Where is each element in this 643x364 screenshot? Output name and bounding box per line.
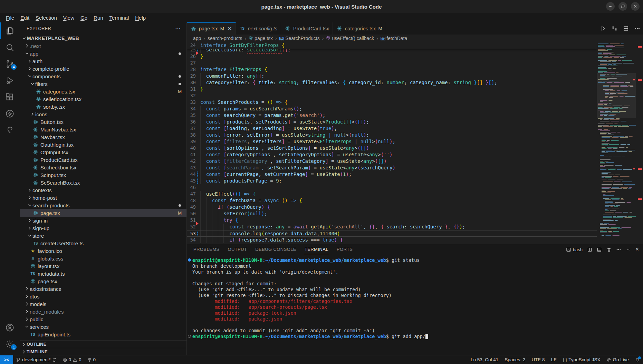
- code-line[interactable]: 35 const searchQuery = params.get('searc…: [187, 112, 597, 119]
- tree-item[interactable]: ★favicon.ico: [20, 247, 186, 255]
- more-actions-icon[interactable]: ⋯: [175, 25, 181, 32]
- menu-item-go[interactable]: Go: [77, 14, 90, 22]
- code-line[interactable]: 40 const [sortOptions , setSortOptions] …: [187, 145, 597, 151]
- tree-item[interactable]: services: [20, 323, 186, 331]
- panel-tab-output[interactable]: OUTPUT: [227, 245, 247, 254]
- thunder-client-icon[interactable]: [0, 105, 20, 122]
- code-line[interactable]: 45 const productsPerPage = 9;: [187, 178, 597, 184]
- tree-item[interactable]: home-post: [20, 194, 186, 201]
- tree-item[interactable]: Navbar.tsx: [20, 133, 186, 141]
- code-line[interactable]: 43 const [searchParam , setSearchParam] …: [187, 165, 597, 171]
- tree-item[interactable]: page.tsx: [20, 277, 186, 285]
- panel-tab-problems[interactable]: PROBLEMS: [193, 245, 220, 254]
- minimize-button[interactable]: [606, 2, 615, 11]
- status-language[interactable]: { }TypeScript JSX: [559, 355, 603, 364]
- tree-item[interactable]: app: [20, 50, 186, 57]
- close-panel-button[interactable]: ×: [635, 246, 639, 253]
- tree-item[interactable]: models: [20, 300, 186, 308]
- tree-item[interactable]: filters: [20, 80, 186, 88]
- tree-item[interactable]: ScSearchBox.tsx: [20, 179, 186, 186]
- code-line[interactable]: 30 categoryFilter: { title: string; filt…: [187, 79, 597, 86]
- section-outline[interactable]: OUTLINE: [20, 340, 186, 348]
- code-line[interactable]: 38 const [error, setError] = useState<st…: [187, 132, 597, 138]
- tree-item[interactable]: TScreateUserStore.ts: [20, 239, 186, 247]
- code-line[interactable]: 27: [187, 60, 597, 66]
- tree-item[interactable]: ProductCard.tsx: [20, 156, 186, 164]
- tree-item[interactable]: TSmetadata.ts: [20, 270, 186, 277]
- code-line[interactable]: 41 const [categoryOptions , setCategoryO…: [187, 151, 597, 158]
- tree-root[interactable]: MARKETPLACE_WEB: [20, 35, 186, 42]
- tree-item[interactable]: store: [20, 232, 186, 239]
- code-line[interactable]: 54 if (response?.data?.success === true)…: [187, 237, 597, 243]
- status-branch[interactable]: development*: [13, 355, 60, 364]
- tree-item[interactable]: axiosInstance: [20, 285, 186, 293]
- code-line[interactable]: 36 const [products, setProducts] = useSt…: [187, 119, 597, 125]
- terminal[interactable]: enspirit@enspirit-H110M-H:~/Documents/ma…: [187, 255, 643, 355]
- tree-item[interactable]: dtos: [20, 293, 186, 300]
- code-line[interactable]: 39 const [filters, setFilters] = useStat…: [187, 138, 597, 145]
- code-editor[interactable]: 25 selectedSort: selectedSort[];26}2728i…: [187, 42, 643, 244]
- tree-item[interactable]: .next: [20, 42, 186, 50]
- tree-item[interactable]: TS: [20, 338, 186, 340]
- tab-next.config.ts[interactable]: TSnext.config.ts: [236, 22, 281, 35]
- status-eol[interactable]: LF: [548, 355, 560, 364]
- tree-item[interactable]: icons: [20, 110, 186, 118]
- more-actions-button[interactable]: [634, 26, 640, 31]
- breadcrumb-item[interactable]: app: [193, 36, 201, 41]
- code-line[interactable]: 33const SearchProducts = () => {: [187, 99, 597, 106]
- status-problems[interactable]: 00: [60, 355, 84, 364]
- tab-page.tsx[interactable]: page.tsxM✕: [187, 22, 236, 35]
- status-indentation[interactable]: Spaces: 2: [501, 355, 528, 364]
- status-remote[interactable]: ><: [0, 355, 13, 364]
- breadcrumb-item[interactable]: useEffect() callback: [326, 36, 374, 41]
- minimap-slider[interactable]: [597, 73, 636, 118]
- tab-categories.tsx[interactable]: categories.tsxM: [333, 22, 386, 35]
- breadcrumb-item[interactable]: [@]fetchData: [381, 36, 407, 41]
- code-line[interactable]: 53 console.log(response.data.data,111000…: [187, 230, 597, 237]
- extensions-icon[interactable]: [0, 89, 20, 105]
- settings-icon[interactable]: 1: [0, 336, 20, 352]
- kill-terminal-button[interactable]: [606, 247, 612, 252]
- breadcrumb-item[interactable]: page.tsx: [249, 36, 273, 41]
- tree-item[interactable]: #globals.css: [20, 255, 186, 262]
- shell-selector[interactable]: bash: [566, 247, 583, 252]
- tree-item[interactable]: components: [20, 72, 186, 80]
- code-line[interactable]: 34 const params = useSearchParams();: [187, 106, 597, 112]
- panel-tab-terminal[interactable]: TERMINAL: [304, 245, 329, 254]
- tree-item[interactable]: categories.tsxM: [20, 88, 186, 95]
- code-line[interactable]: 28interface FilterProps {: [187, 66, 597, 73]
- code-line[interactable]: 50 setError(null);: [187, 210, 597, 217]
- restore-button[interactable]: [618, 2, 627, 11]
- code-line[interactable]: 31}: [187, 86, 597, 92]
- close-icon[interactable]: ✕: [228, 26, 232, 32]
- code-line[interactable]: 47 useEffect(() => {: [187, 191, 597, 197]
- section-timeline[interactable]: TIMELINE: [20, 348, 186, 355]
- panel-tab-ports[interactable]: PORTS: [336, 245, 353, 254]
- tree-item[interactable]: node_modules: [20, 308, 186, 315]
- tree-item[interactable]: sign-up: [20, 224, 186, 232]
- source-control-icon[interactable]: 4: [0, 56, 20, 72]
- code-line[interactable]: 32: [187, 92, 597, 99]
- close-button[interactable]: [631, 2, 640, 11]
- tree-item[interactable]: Oauthlogin.tsx: [20, 141, 186, 148]
- status-encoding[interactable]: UTF-8: [528, 355, 548, 364]
- tree-item[interactable]: layout.tsx: [20, 262, 186, 270]
- tree-item[interactable]: sign-in: [20, 217, 186, 224]
- accounts-icon[interactable]: [0, 319, 20, 336]
- menu-item-selection[interactable]: Selection: [32, 14, 60, 22]
- tree-item[interactable]: complete-profile: [20, 65, 186, 72]
- extension-hook-icon[interactable]: [0, 122, 20, 138]
- menu-item-file[interactable]: File: [3, 14, 17, 22]
- open-changes-button[interactable]: [612, 26, 617, 31]
- menu-item-view[interactable]: View: [60, 14, 77, 22]
- split-terminal-button[interactable]: [587, 247, 592, 252]
- open-pane-button[interactable]: [597, 247, 602, 252]
- tree-item[interactable]: page.tsxM: [20, 209, 186, 217]
- tree-item[interactable]: Sccheckbox.tsx: [20, 164, 186, 171]
- menu-item-edit[interactable]: Edit: [17, 14, 32, 22]
- tab-ProductCard.tsx[interactable]: ProductCard.tsx: [281, 22, 333, 35]
- code-line[interactable]: 48 const fetchData = async () => {: [187, 197, 597, 204]
- status-go-live[interactable]: Go Live: [603, 355, 632, 364]
- code-line[interactable]: 51 try {: [187, 217, 597, 224]
- code-line[interactable]: 52 const response: any = await getApi('s…: [187, 224, 597, 230]
